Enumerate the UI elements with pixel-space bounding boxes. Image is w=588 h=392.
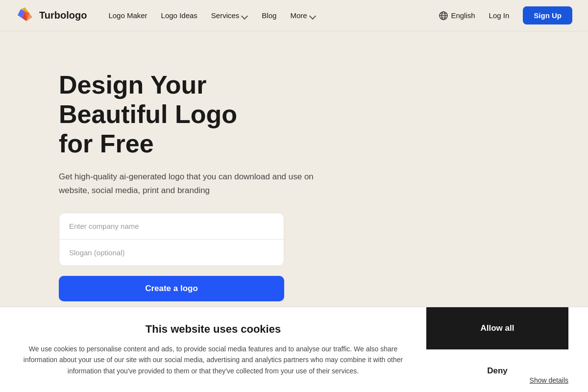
company-name-input[interactable] xyxy=(59,213,284,240)
hero-content: Design Your Beautiful Logo for Free Get … xyxy=(0,31,333,351)
cookie-content: This website uses cookies We use cookies… xyxy=(0,307,426,392)
login-link[interactable]: Log In xyxy=(483,7,515,24)
globe-icon xyxy=(439,11,448,20)
more-chevron-icon xyxy=(309,12,316,19)
nav-blog[interactable]: Blog xyxy=(256,7,282,24)
cookie-text: We use cookies to personalise content an… xyxy=(20,343,407,376)
create-logo-button[interactable]: Create a logo xyxy=(59,276,284,301)
hero-title: Design Your Beautiful Logo for Free xyxy=(59,71,314,158)
cookie-show-details-button[interactable]: Show details xyxy=(530,376,568,384)
nav-logo-ideas[interactable]: Logo Ideas xyxy=(155,7,203,24)
brand-logo-icon xyxy=(16,6,34,25)
nav-logo-maker[interactable]: Logo Maker xyxy=(102,7,153,24)
hero-subtitle: Get high-quality ai-generated logo that … xyxy=(59,170,314,196)
signup-button[interactable]: Sign Up xyxy=(523,6,572,24)
nav-right: English Log In Sign Up xyxy=(439,6,572,24)
logo-link[interactable]: Turbologo xyxy=(16,6,87,25)
slogan-input[interactable] xyxy=(59,240,284,266)
logo-form xyxy=(59,213,284,266)
cookie-allow-button[interactable]: Allow all xyxy=(426,307,568,349)
nav-more[interactable]: More xyxy=(284,7,321,24)
navbar: Turbologo Logo Maker Logo Ideas Services… xyxy=(0,0,588,31)
cookie-banner: This website uses cookies We use cookies… xyxy=(0,307,588,392)
services-chevron-icon xyxy=(241,12,248,19)
language-selector[interactable]: English xyxy=(439,11,475,20)
brand-name: Turbologo xyxy=(39,10,87,21)
hero-section: Design Your Beautiful Logo for Free Get … xyxy=(0,31,588,351)
nav-links: Logo Maker Logo Ideas Services Blog More xyxy=(102,7,439,24)
nav-services[interactable]: Services xyxy=(205,7,254,24)
cookie-deny-button[interactable]: Deny xyxy=(426,349,568,392)
cookie-title: This website uses cookies xyxy=(20,323,407,336)
